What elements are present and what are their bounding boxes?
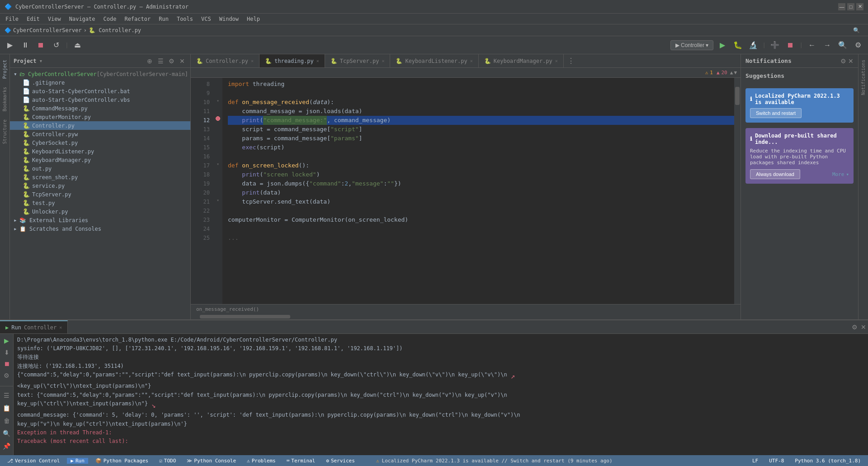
toolbar-run-button[interactable]: ▶ [4,39,16,52]
run-rerun-btn[interactable]: ▶ [1,336,12,346]
editor-scrollbar[interactable] [734,78,741,304]
tree-item-controllerpyw[interactable]: 🐍 Controller.pyw [10,130,190,138]
bottom-settings-btn[interactable]: ⚙ [850,323,859,332]
tree-item-keyboardmanager[interactable]: 🐍 KeyboardManager.py [10,156,190,164]
status-problems[interactable]: ⚠ Problems [243,458,279,464]
status-version-control[interactable]: ⎇ Version Control [4,458,63,464]
vtab-bookmarks[interactable]: Bookmarks [1,85,8,113]
panel-action-locate[interactable]: ⊕ [145,57,154,66]
bottom-tab-run[interactable]: ▶ Run Controller ✕ [0,320,68,333]
status-python-version[interactable]: Python 3.6 (torch_1.8) [791,458,864,464]
tree-item-tcpserver[interactable]: 🐍 TcpServer.py [10,190,190,199]
fold-arrow-17[interactable]: ▾ [213,159,222,168]
run-settings2-btn[interactable]: ⚙ [1,371,12,380]
status-run-btn[interactable]: ▶ Run [67,458,88,464]
editor-content[interactable]: 8 9 10 11 12 13 14 15 16 17 18 19 20 21 … [191,78,741,304]
status-python-packages[interactable]: 📦 Python Packages [92,458,152,464]
menu-view[interactable]: View [44,15,65,23]
tree-item-keyboardlistener[interactable]: 🐍 KeyboardListener.py [10,147,190,156]
run-stop-btn[interactable]: ⏹ [1,359,12,369]
minimize-button[interactable]: — [838,3,845,10]
search-everywhere-button[interactable]: 🔍 [836,39,849,52]
menu-window[interactable]: Window [216,15,242,23]
panel-dropdown-arrow[interactable]: ▾ [39,57,43,64]
close-button[interactable]: ✕ [856,3,863,10]
menu-navigate[interactable]: Navigate [66,15,99,23]
notif-settings-btn[interactable]: ⚙ [840,57,846,65]
tab-close-threading[interactable]: ✕ [316,58,319,63]
panel-action-collapse[interactable]: ☰ [156,57,165,66]
toolbar-coverage-button[interactable]: ⏏ [71,39,84,52]
tab-controller[interactable]: 🐍 Controller.py ✕ [191,54,259,67]
switch-and-restart-button[interactable]: Switch and restart [750,108,802,118]
scroll-up-btn[interactable]: ▲ [730,70,733,76]
notif-more-button[interactable]: More ▾ [832,171,849,177]
tabs-overflow-button[interactable]: ⋮ [564,57,578,65]
maximize-button[interactable]: □ [847,3,854,10]
tree-item-external-libs[interactable]: ▸ 📚 External Libraries [10,216,190,224]
fold-arrow-21[interactable]: ▾ [213,195,222,204]
scrollbar-thumb[interactable] [735,87,740,105]
tab-keyboardlistener[interactable]: 🐍 KeyboardListener.py ✕ [390,54,478,67]
status-services[interactable]: ⚙ Services [322,458,359,464]
tab-threading[interactable]: 🐍 threading.py ✕ [259,54,325,67]
tab-close-controller[interactable]: ✕ [251,58,254,63]
scroll-down-btn[interactable]: ▼ [734,70,737,76]
tree-item-screenshot[interactable]: 🐍 screen_shot.py [10,173,190,181]
tree-item-bat[interactable]: 📄 auto-Start-CyberController.bat [10,87,190,95]
menu-file[interactable]: File [2,15,22,23]
back-button[interactable]: ← [806,39,818,52]
panel-action-settings[interactable]: ⚙ [167,57,176,66]
always-download-button[interactable]: Always download [750,169,800,179]
breadcrumb-icon[interactable]: 🔍 [853,27,860,33]
breakpoint-12[interactable] [213,114,222,123]
status-todo[interactable]: ☑ TODO [156,458,179,464]
menu-help[interactable]: Help [243,15,264,23]
tree-item-service[interactable]: 🐍 service.py [10,181,190,190]
menu-edit[interactable]: Edit [23,15,43,23]
status-line-ending[interactable]: LF [749,458,762,464]
vtab-structure[interactable]: Structure [1,118,8,146]
run-pin-btn[interactable]: 📌 [1,441,12,452]
tree-root[interactable]: ▾ 🗁 CyberControllerServer [CyberControll… [10,70,190,78]
vtab-project[interactable]: Project [1,58,8,81]
bottom-tab-close[interactable]: ✕ [59,325,62,330]
forward-button[interactable]: → [821,39,834,52]
menu-tools[interactable]: Tools [173,15,197,23]
settings-button[interactable]: ⚙ [852,39,864,52]
tree-item-commandmessage[interactable]: 🐍 CommandMessage.py [10,104,190,113]
code-area[interactable]: import threading def on_message_received… [222,78,734,304]
status-python-console[interactable]: ≫ Python Console [183,458,240,464]
notif-close-btn[interactable]: ✕ [848,57,854,65]
breadcrumb-project[interactable]: CyberControllerServer [13,27,82,33]
menu-code[interactable]: Code [100,15,120,23]
tab-keyboardmanager[interactable]: 🐍 KeyboardManager.py ✕ [479,54,564,67]
breadcrumb-file[interactable]: 🐍 Controller.py [89,27,141,33]
tree-item-vbs[interactable]: 📄 auto-Start-CyberController.vbs [10,95,190,104]
run-clear-btn[interactable]: 🗑 [1,415,12,426]
bottom-close-btn[interactable]: ✕ [859,323,868,332]
coverage-button[interactable]: 🔬 [747,39,760,52]
status-encoding[interactable]: UTF-8 [765,458,788,464]
stop-toolbar-button[interactable]: ⏹ [784,39,797,52]
toolbar-pause-button[interactable]: ⏸ [19,39,32,52]
tree-item-cybersocket[interactable]: 🐍 CyberSocket.py [10,138,190,147]
tab-tcpserver[interactable]: 🐍 TcpServer.py ✕ [325,54,391,67]
run-scroll-end-btn[interactable]: ⬇ [1,347,12,357]
tree-item-test[interactable]: 🐍 test.py [10,199,190,207]
run-search-btn[interactable]: 🔍 [1,428,12,439]
tab-close-keyboardmanager[interactable]: ✕ [555,58,558,63]
tree-item-gitignore[interactable]: 📄 .gitignore [10,78,190,87]
toolbar-stop-button[interactable]: ⏹ [34,39,47,52]
h-scrollbar-thumb[interactable] [200,315,290,319]
add-config-button[interactable]: ➕ [769,39,781,52]
status-terminal[interactable]: ⌨ Terminal [283,458,319,464]
horizontal-scrollbar[interactable] [191,314,741,319]
tree-item-scratches[interactable]: ▸ 📋 Scratches and Consoles [10,224,190,233]
panel-action-close[interactable]: ✕ [178,57,187,66]
run-copy-btn[interactable]: 📋 [1,403,12,414]
tree-item-unlocker[interactable]: 🐍 Unlocker.py [10,207,190,216]
tab-close-tcpserver[interactable]: ✕ [382,58,384,63]
tree-item-controller[interactable]: 🐍 Controller.py [10,121,190,130]
tab-close-keyboardlistener[interactable]: ✕ [470,58,473,63]
